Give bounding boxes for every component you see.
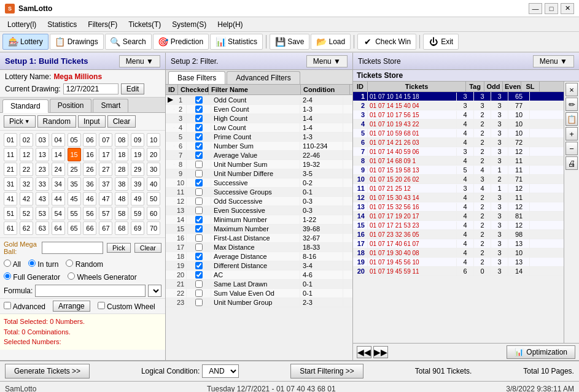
number-cell-40[interactable]: 40: [147, 177, 160, 191]
arrange-button[interactable]: Arrange: [53, 301, 90, 312]
radio-inturn[interactable]: [28, 259, 36, 267]
tab-smart[interactable]: Smart: [93, 99, 128, 112]
table-row[interactable]: 1201 07 15 30 43 1442311: [353, 193, 564, 202]
table-row[interactable]: 1701 07 17 40 61 0742313: [353, 239, 564, 248]
number-cell-5[interactable]: 05: [68, 133, 81, 147]
gold-clear-button[interactable]: Clear: [134, 243, 161, 253]
filter-checkbox[interactable]: [195, 198, 203, 205]
number-cell-34[interactable]: 34: [52, 177, 65, 191]
number-cell-38[interactable]: 38: [115, 177, 128, 191]
filter-checkbox[interactable]: [195, 179, 203, 186]
filter-checkbox[interactable]: [195, 142, 203, 150]
menu-lottery[interactable]: Lottery(l): [2, 19, 41, 30]
number-cell-69[interactable]: 69: [131, 221, 144, 235]
nav-next-button[interactable]: ▶▶: [373, 346, 388, 358]
drawing-date-input[interactable]: [63, 83, 119, 94]
side-copy-button[interactable]: 📋: [565, 112, 578, 126]
toolbar-prediction[interactable]: 🎯 Prediction: [153, 34, 209, 50]
number-cell-3[interactable]: 03: [36, 133, 49, 147]
number-cell-70[interactable]: 70: [147, 221, 160, 235]
number-cell-28[interactable]: 28: [115, 163, 128, 176]
number-cell-68[interactable]: 68: [115, 221, 128, 235]
filter-scroll-area[interactable]: ▶1Odd Count2-42Even Count1-33High Count1…: [166, 95, 352, 360]
number-cell-11[interactable]: 11: [4, 148, 17, 161]
toolbar-search[interactable]: 🔍 Search: [105, 34, 152, 50]
radio-wheels-generator[interactable]: [68, 272, 75, 280]
radio-random[interactable]: [66, 259, 73, 267]
number-cell-2[interactable]: 02: [20, 133, 33, 147]
table-row[interactable]: 1301 07 15 32 56 1642312: [353, 202, 564, 212]
number-cell-35[interactable]: 35: [68, 177, 81, 191]
number-cell-66[interactable]: 66: [83, 221, 96, 235]
side-remove-button[interactable]: −: [565, 142, 578, 155]
menu-filters[interactable]: Filters(F): [83, 19, 122, 30]
number-cell-63[interactable]: 63: [36, 221, 49, 235]
number-cell-22[interactable]: 22: [20, 163, 33, 176]
filter-checkbox[interactable]: [195, 244, 203, 251]
table-row[interactable]: 401 07 10 19 43 2242310: [353, 120, 564, 129]
number-cell-56[interactable]: 56: [83, 207, 96, 220]
filter-checkbox[interactable]: [195, 234, 203, 242]
tab-base-filters[interactable]: Base Filters: [168, 71, 225, 84]
filter-checkbox[interactable]: [195, 170, 203, 177]
number-cell-4[interactable]: 04: [52, 133, 65, 147]
number-cell-13[interactable]: 13: [36, 148, 49, 161]
filter-checkbox[interactable]: [195, 133, 203, 140]
number-cell-14[interactable]: 14: [52, 148, 65, 161]
table-row[interactable]: 1401 07 17 19 20 1742381: [353, 212, 564, 221]
menu-tickets[interactable]: Tickets(T): [123, 19, 166, 30]
radio-all-label[interactable]: All: [4, 259, 21, 269]
number-cell-6[interactable]: 06: [83, 133, 96, 147]
minimize-button[interactable]: —: [529, 3, 542, 14]
left-menu-button[interactable]: Menu ▼: [119, 55, 160, 67]
number-cell-12[interactable]: 12: [20, 148, 33, 161]
table-row[interactable]: 2001 07 19 45 59 1160314: [353, 267, 564, 276]
table-row[interactable]: 201 07 14 15 40 0433377: [353, 101, 564, 110]
table-row[interactable]: 1501 07 17 21 53 2342312: [353, 221, 564, 230]
filter-checkbox[interactable]: [195, 290, 203, 297]
number-cell-9[interactable]: 09: [131, 133, 144, 147]
number-cell-29[interactable]: 29: [131, 163, 144, 176]
filter-checkbox[interactable]: [195, 225, 203, 233]
optimize-button[interactable]: 📊 Optimization: [507, 345, 575, 359]
number-cell-65[interactable]: 65: [68, 221, 81, 235]
custom-wheel-checkbox[interactable]: [98, 302, 105, 309]
logical-select[interactable]: AND OR: [202, 364, 239, 378]
number-cell-18[interactable]: 18: [115, 148, 128, 161]
filter-checkbox[interactable]: [195, 106, 203, 113]
number-cell-8[interactable]: 08: [115, 133, 128, 147]
table-row[interactable]: 1801 07 19 30 40 0842310: [353, 248, 564, 258]
start-filtering-button[interactable]: Start Filtering >>: [290, 364, 363, 379]
number-cell-41[interactable]: 41: [4, 192, 17, 206]
number-cell-19[interactable]: 19: [131, 148, 144, 161]
number-cell-27[interactable]: 27: [99, 163, 112, 176]
table-row[interactable]: 901 07 15 19 58 1354111: [353, 166, 564, 175]
table-row[interactable]: 501 07 10 59 68 0142310: [353, 129, 564, 138]
number-cell-48[interactable]: 48: [115, 192, 128, 206]
number-cell-24[interactable]: 24: [52, 163, 65, 176]
filter-checkbox[interactable]: [195, 124, 203, 131]
filter-checkbox[interactable]: [195, 188, 203, 196]
edit-button[interactable]: Edit: [121, 83, 145, 94]
table-row[interactable]: 1001 07 15 20 26 0243271: [353, 175, 564, 184]
number-cell-42[interactable]: 42: [20, 192, 33, 206]
filter-checkbox[interactable]: [195, 216, 203, 223]
advanced-checkbox-label[interactable]: Advanced: [4, 302, 45, 311]
menu-statistics[interactable]: Statistics: [42, 19, 82, 30]
formula-dropdown[interactable]: [148, 285, 161, 297]
number-cell-31[interactable]: 31: [4, 177, 17, 191]
toolbar-drawings[interactable]: 📋 Drawings: [50, 34, 104, 50]
number-cell-57[interactable]: 57: [99, 207, 112, 220]
number-cell-62[interactable]: 62: [20, 221, 33, 235]
toolbar-checkwin[interactable]: ✔ Check Win: [357, 34, 416, 50]
number-cell-61[interactable]: 61: [4, 221, 17, 235]
number-cell-20[interactable]: 20: [147, 148, 160, 161]
number-cell-55[interactable]: 55: [68, 207, 81, 220]
number-cell-50[interactable]: 50: [147, 192, 160, 206]
radio-all[interactable]: [4, 259, 11, 267]
table-row[interactable]: 601 07 14 21 26 0342372: [353, 138, 564, 147]
toolbar-save[interactable]: 💾 Save: [270, 34, 309, 50]
number-cell-60[interactable]: 60: [147, 207, 160, 220]
number-cell-46[interactable]: 46: [83, 192, 96, 206]
number-cell-25[interactable]: 25: [68, 163, 81, 176]
